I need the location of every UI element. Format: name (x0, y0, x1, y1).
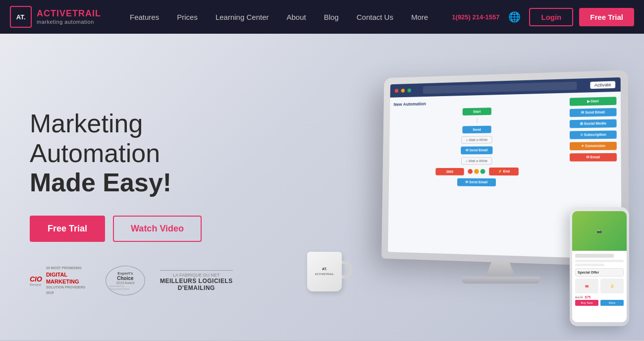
node-wait2: ⌂ Wait a While (461, 157, 492, 165)
rnode-sub: ☆ Subscription (570, 130, 617, 139)
logo-tagline: marketing automation (37, 19, 101, 25)
mug: AT. ACTIVETRAIL (302, 252, 347, 301)
phone: 📷 Special Offer 🎀 🎗️ (570, 207, 629, 326)
hero-title-line1: Marketing Automation (30, 109, 160, 168)
free-trial-button[interactable]: Free Trial (30, 216, 105, 242)
brand-suffix: TRAIL (72, 8, 101, 18)
node-end: ⚡ End (489, 168, 519, 175)
node-send: Send (462, 126, 491, 134)
logo-initials: AT. (16, 13, 26, 21)
monitor-stand (485, 262, 515, 277)
logo-link[interactable]: AT. ACTIVETRAIL marketing automation (10, 6, 101, 28)
language-button[interactable]: 🌐 (505, 8, 523, 26)
rnode-email2: ✉ Email (570, 153, 617, 162)
node-wait1: ⌂ Wait a While (462, 136, 492, 143)
phone-image-area: 📷 (572, 211, 627, 251)
rnode-email: ✉ Send Email (570, 108, 617, 117)
logo-text: ACTIVETRAIL marketing automation (37, 9, 101, 25)
rnode-conv: ✦ Conversion (570, 142, 617, 150)
monitor-base (462, 277, 540, 284)
phone-cta-buy: Buy Now (575, 300, 598, 306)
award-experts-choice: Expert's Choice 2019 Award Awarded by Fi… (106, 266, 145, 295)
phone-screen: 📷 Special Offer 🎀 🎗️ (572, 211, 627, 322)
mug-body: AT. ACTIVETRAIL (307, 252, 342, 291)
brand-prefix: ACTIVE (37, 8, 72, 18)
hero-section: Marketing Automation Made Easy! Free Tri… (0, 34, 644, 341)
logo-brand: ACTIVETRAIL (37, 9, 101, 19)
phone-special-offer: Special Offer (575, 268, 624, 277)
rnode-social: ⊞ Social Media (570, 119, 617, 128)
nav-right: 1(925) 214-1557 🌐 Login Free Trial (452, 8, 634, 26)
phone-title-bar (575, 254, 614, 258)
nav-learning-center[interactable]: Learning Center (207, 0, 278, 34)
phone-content: Special Offer 🎀 🎗️ $175 $75 Buy N (572, 251, 627, 322)
login-button[interactable]: Login (529, 8, 573, 26)
nav-prices[interactable]: Prices (168, 0, 207, 34)
navbar: AT. ACTIVETRAIL marketing automation Fea… (0, 0, 644, 34)
dot-green (407, 89, 411, 93)
node-send-email2: ✉ Send Email (457, 178, 496, 186)
rnode-start: ▶ Start (570, 97, 617, 106)
awards-section: CIO Review 20 MOST PROMISING DIGITAL MAR… (30, 266, 268, 295)
node-start: Start (463, 108, 491, 115)
nav-about[interactable]: About (277, 0, 315, 34)
activate-button-screen: Activate (590, 81, 615, 89)
phone-cta-row: Buy Now More (575, 300, 624, 306)
award-cio: CIO Review 20 MOST PROMISING DIGITAL MAR… (30, 266, 91, 295)
nav-features[interactable]: Features (121, 0, 168, 34)
hero-buttons: Free Trial Watch Video (30, 216, 268, 242)
mug-logo: AT. ACTIVETRAIL (315, 267, 334, 276)
hero-title: Marketing Automation Made Easy! (30, 109, 268, 198)
hero-visual: Activate New Automation Start Send ⌂ Wai… (277, 63, 614, 341)
nav-links: Features Prices Learning Center About Bl… (121, 0, 452, 34)
phone-body: 📷 Special Offer 🎀 🎗️ (570, 207, 629, 326)
watch-video-button[interactable]: Watch Video (113, 216, 202, 242)
nav-more[interactable]: More (402, 0, 437, 34)
dot-yellow (401, 89, 405, 93)
phone-cta-more: More (600, 300, 624, 306)
nav-blog[interactable]: Blog (315, 0, 348, 34)
phone-product1: 🎀 (575, 279, 598, 293)
phone-number: 1(925) 214-1557 (452, 13, 499, 21)
phone-product-row: 🎀 🎗️ (575, 279, 624, 293)
hero-title-line2: Made Easy! (30, 168, 171, 197)
free-trial-nav-button[interactable]: Free Trial (579, 8, 634, 26)
nav-contact[interactable]: Contact Us (348, 0, 402, 34)
mug-handle (342, 261, 353, 279)
node-send-email: ✉ Send Email (461, 146, 492, 154)
logo-icon: AT. (10, 6, 32, 28)
canvas-left: New Automation Start Send ⌂ Wait a While… (392, 98, 566, 252)
screen-title-bar (423, 82, 577, 94)
hero-content: Marketing Automation Made Easy! Free Tri… (30, 109, 268, 295)
node-sms: SMS (435, 168, 464, 175)
dot-red (395, 89, 398, 93)
award-fabrique: LA FABRIQUE DU NET MEILLEURS LOGICIELS D… (160, 270, 233, 291)
phone-product2: 🎗️ (600, 279, 624, 293)
automation-title: New Automation (394, 102, 426, 107)
phone-text-bar (575, 260, 624, 262)
phone-text-bar2 (575, 264, 604, 266)
